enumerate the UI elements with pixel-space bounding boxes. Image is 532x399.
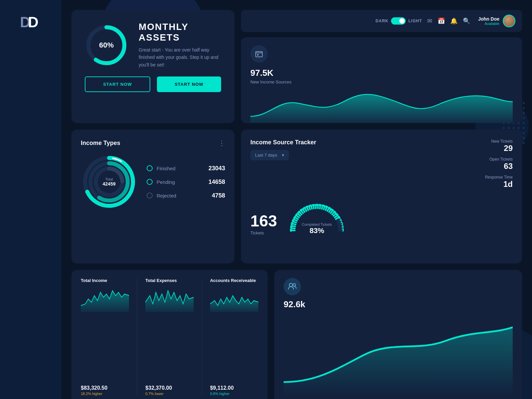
new-tickets-stat: New Tickets 29 bbox=[485, 139, 513, 153]
svg-line-168 bbox=[324, 206, 325, 209]
finished-label: Finished bbox=[157, 166, 176, 171]
svg-line-171 bbox=[329, 209, 331, 212]
accounts-receiveable-title: Accounts Receiveable bbox=[210, 278, 258, 283]
accounts-receiveable-chart bbox=[210, 286, 258, 382]
metrics-row: Total Income bbox=[81, 278, 258, 396]
income-types-card: Income Types ⋮ bbox=[71, 130, 234, 263]
theme-switch[interactable] bbox=[391, 17, 406, 25]
start-now-filled-button[interactable]: START NOW bbox=[157, 76, 221, 92]
monthly-assets-card: 60% MONTHLY ASSETS Great start - You are… bbox=[71, 10, 234, 123]
response-time-value: 1d bbox=[485, 180, 513, 189]
total-income-value: $83,320.50 bbox=[81, 385, 129, 391]
date-filter[interactable]: Last 7 days ▾ bbox=[250, 150, 289, 160]
total-income-metric: Total Income bbox=[81, 278, 129, 396]
more-options-icon[interactable]: ⋮ bbox=[218, 139, 225, 147]
svg-rect-138 bbox=[257, 54, 259, 56]
theme-toggle[interactable]: DARK LIGHT bbox=[376, 17, 422, 25]
monthly-assets-buttons: START NOW START NOW bbox=[85, 76, 221, 92]
total-income-chart bbox=[81, 286, 129, 382]
total-expenses-value: $32,370.00 bbox=[145, 385, 194, 391]
pending-label: Pending bbox=[157, 179, 175, 185]
social-value: 92.6k bbox=[284, 299, 513, 310]
theme-dark-label: DARK bbox=[376, 19, 389, 23]
open-tickets-label: Open Tickets bbox=[485, 157, 513, 162]
total-income-change: 18.2% higher bbox=[81, 392, 129, 396]
date-filter-label: Last 7 days bbox=[255, 153, 277, 158]
monthly-assets-title: MONTHLY ASSETS bbox=[139, 22, 221, 43]
total-expenses-change: 0.7% lower bbox=[145, 392, 194, 396]
svg-line-149 bbox=[292, 226, 295, 226]
gauge-center: Completed Tickets 83% bbox=[302, 222, 332, 235]
main-content: 60% MONTHLY ASSETS Great start - You are… bbox=[62, 0, 532, 399]
income-chart bbox=[250, 90, 513, 123]
svg-line-167 bbox=[322, 206, 323, 209]
open-tickets-stat: Open Tickets 63 bbox=[485, 157, 513, 171]
svg-line-154 bbox=[297, 215, 299, 217]
svg-line-169 bbox=[326, 207, 327, 210]
income-types-title: Income Types bbox=[81, 140, 120, 147]
rejected-dot bbox=[147, 193, 153, 199]
sidebar: D D bbox=[0, 0, 62, 399]
svg-line-175 bbox=[335, 215, 337, 217]
gauge-chart: /* ticks */ bbox=[284, 194, 350, 254]
income-sources-card: 97.5K New Income Sources bbox=[241, 37, 522, 123]
svg-line-173 bbox=[332, 212, 334, 214]
legend-item-pending: Pending 14658 bbox=[147, 179, 225, 186]
svg-line-152 bbox=[294, 219, 297, 221]
svg-line-157 bbox=[301, 211, 303, 213]
metrics-card: Total Income bbox=[71, 270, 268, 399]
tickets-count: 163 Tickets bbox=[250, 213, 277, 235]
svg-line-151 bbox=[293, 221, 296, 222]
tickets-label: Tickets bbox=[250, 230, 264, 235]
svg-line-181 bbox=[339, 228, 342, 228]
pending-value: 14658 bbox=[208, 179, 225, 186]
bell-icon[interactable]: 🔔 bbox=[450, 17, 458, 25]
monthly-assets-description: Great start - You are over half way fini… bbox=[139, 46, 221, 68]
svg-line-153 bbox=[295, 217, 298, 219]
svg-line-150 bbox=[293, 224, 296, 225]
top-row: 60% MONTHLY ASSETS Great start - You are… bbox=[71, 10, 522, 123]
progress-label: 60% bbox=[99, 41, 114, 50]
finished-value: 23043 bbox=[208, 165, 225, 172]
svg-line-155 bbox=[298, 214, 300, 216]
user-avatar[interactable] bbox=[503, 15, 515, 27]
social-chart bbox=[284, 314, 513, 396]
header-bar: DARK LIGHT ✉ 📅 🔔 🔍 John Doe bbox=[241, 10, 522, 32]
svg-line-162 bbox=[311, 206, 312, 209]
svg-line-161 bbox=[309, 206, 310, 209]
accounts-receiveable-metric: Accounts Receiveable bbox=[210, 278, 258, 396]
toggle-knob bbox=[399, 18, 405, 24]
open-tickets-value: 63 bbox=[485, 162, 513, 171]
start-now-outline-button[interactable]: START NOW bbox=[85, 76, 150, 92]
pending-dot bbox=[147, 179, 153, 185]
calendar-icon[interactable]: 📅 bbox=[438, 17, 445, 25]
accounts-receiveable-value: $9,112.00 bbox=[210, 385, 258, 391]
donut-center: Total 42459 bbox=[103, 177, 116, 187]
top-right: DARK LIGHT ✉ 📅 🔔 🔍 John Doe bbox=[241, 10, 522, 123]
response-time-stat: Response Time 1d bbox=[485, 175, 513, 189]
rejected-label: Rejected bbox=[157, 193, 176, 199]
svg-line-170 bbox=[328, 208, 329, 211]
search-icon[interactable]: 🔍 bbox=[463, 17, 470, 25]
user-status: Available bbox=[478, 22, 499, 26]
monthly-assets-content: 60% MONTHLY ASSETS Great start - You are… bbox=[85, 22, 221, 68]
total-expenses-chart bbox=[145, 286, 194, 382]
tracker-stats: New Tickets 29 Open Tickets 63 Response … bbox=[485, 139, 513, 189]
total-income-title: Total Income bbox=[81, 278, 129, 283]
bottom-row: Total Income bbox=[71, 270, 522, 399]
svg-line-180 bbox=[338, 226, 341, 226]
svg-line-163 bbox=[314, 205, 314, 208]
monthly-assets-text: MONTHLY ASSETS Great start - You are ove… bbox=[139, 22, 221, 68]
new-tickets-value: 29 bbox=[485, 144, 513, 153]
logo: D D bbox=[19, 13, 43, 30]
svg-line-156 bbox=[300, 212, 302, 214]
svg-line-159 bbox=[305, 208, 306, 211]
user-info: John Doe Available bbox=[478, 16, 499, 26]
svg-line-160 bbox=[307, 207, 308, 210]
svg-rect-137 bbox=[256, 52, 262, 57]
mail-icon[interactable]: ✉ bbox=[427, 17, 432, 25]
svg-line-178 bbox=[337, 221, 340, 222]
finished-dot bbox=[147, 165, 153, 171]
svg-line-176 bbox=[336, 217, 338, 219]
donut-chart: Total 42459 bbox=[81, 154, 137, 210]
